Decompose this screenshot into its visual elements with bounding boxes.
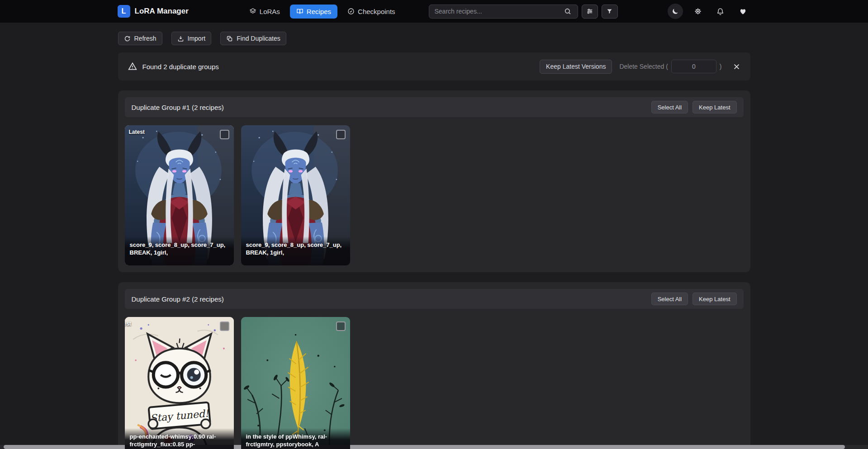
main-content: Refresh Import Find Duplicates Found 2 d… xyxy=(118,32,750,449)
settings-button[interactable] xyxy=(690,4,706,19)
group-header: Duplicate Group #1 (2 recipes) Select Al… xyxy=(125,97,744,117)
card-grid: Latest score_9, score_8_up, score_7_up, … xyxy=(125,125,744,265)
gear-icon xyxy=(694,7,702,15)
card-checkbox[interactable] xyxy=(220,130,229,139)
nav-tab-label: Checkpoints xyxy=(358,8,395,15)
refresh-icon xyxy=(124,35,131,42)
delete-count-input[interactable] xyxy=(671,60,716,73)
duplicate-group-1: Duplicate Group #1 (2 recipes) Select Al… xyxy=(118,90,750,272)
find-duplicates-label: Find Duplicates xyxy=(237,35,280,42)
nav-tab-loras[interactable]: LoRAs xyxy=(243,5,286,19)
navbar-actions xyxy=(668,4,751,19)
recipe-card[interactable]: Latest score_9, score_8_up, score_7_up, … xyxy=(125,125,234,265)
nav-tab-recipes[interactable]: Recipes xyxy=(290,5,337,19)
keep-latest-versions-button[interactable]: Keep Latest Versions xyxy=(540,60,612,74)
book-icon xyxy=(296,8,304,15)
group-title: Duplicate Group #2 (2 recipes) xyxy=(132,295,224,303)
duplicates-icon xyxy=(226,35,233,42)
import-button[interactable]: Import xyxy=(171,32,212,45)
select-all-button[interactable]: Select All xyxy=(651,101,688,113)
card-grid: Stay tuned! Latest pp-enchanted-whimsy:0… xyxy=(125,317,744,449)
banner-message: Found 2 duplicate groups xyxy=(142,63,219,71)
card-checkbox[interactable] xyxy=(336,321,346,331)
recipe-caption: score_9, score_8_up, score_7_up, BREAK, … xyxy=(125,236,234,265)
nav-tab-checkpoints[interactable]: Checkpoints xyxy=(341,5,402,19)
sliders-icon xyxy=(586,8,593,15)
search-button[interactable] xyxy=(564,6,577,17)
recipe-card[interactable]: in the style of ppWhimsy, ral-frctlgmtry… xyxy=(241,317,350,449)
app-logo: L xyxy=(118,5,130,18)
refresh-label: Refresh xyxy=(134,35,157,42)
delete-selected-prefix: Delete Selected ( xyxy=(619,63,668,70)
keep-latest-button[interactable]: Keep Latest xyxy=(693,101,736,113)
recipe-card[interactable]: Stay tuned! Latest pp-enchanted-whimsy:0… xyxy=(125,317,234,449)
bell-icon xyxy=(716,8,724,15)
search-bar xyxy=(429,5,578,19)
recipe-card[interactable]: score_9, score_8_up, score_7_up, BREAK, … xyxy=(241,125,350,265)
recipe-caption: score_9, score_8_up, score_7_up, BREAK, … xyxy=(241,236,350,265)
delete-selected-suffix: ) xyxy=(720,63,722,70)
nav-tab-label: Recipes xyxy=(307,8,331,15)
warning-icon xyxy=(128,62,137,71)
latest-badge: Latest xyxy=(129,129,145,135)
recipe-caption: pp-enchanted-whimsy:0.90 ral-frctlgmtry_… xyxy=(125,428,234,449)
duplicates-banner: Found 2 duplicate groups Keep Latest Ver… xyxy=(118,52,750,80)
find-duplicates-button[interactable]: Find Duplicates xyxy=(220,32,286,45)
card-checkbox[interactable] xyxy=(220,321,229,331)
check-circle-icon xyxy=(347,8,355,15)
recipe-caption: in the style of ppWhimsy, ral-frctlgmtry… xyxy=(241,428,350,449)
group-title: Duplicate Group #1 (2 recipes) xyxy=(132,104,224,111)
sort-options-button[interactable] xyxy=(582,5,598,19)
moon-icon xyxy=(671,8,679,15)
nav-tabs: LoRAs Recipes Checkpoints xyxy=(243,5,402,19)
import-icon xyxy=(177,35,184,42)
notifications-button[interactable] xyxy=(713,4,728,19)
import-label: Import xyxy=(188,35,206,42)
brand: L LoRA Manager xyxy=(118,5,189,18)
refresh-button[interactable]: Refresh xyxy=(118,32,162,45)
funnel-icon xyxy=(606,8,613,15)
filter-button[interactable] xyxy=(602,5,618,19)
favorites-button[interactable] xyxy=(735,4,751,19)
navbar: L LoRA Manager LoRAs Recipes Checkpoints xyxy=(0,0,868,23)
search-input[interactable] xyxy=(429,5,578,19)
keep-latest-button[interactable]: Keep Latest xyxy=(693,293,736,305)
nav-tab-label: LoRAs xyxy=(260,8,280,15)
close-icon xyxy=(733,63,740,71)
layers-icon xyxy=(249,8,256,15)
toolbar: Refresh Import Find Duplicates xyxy=(118,32,750,45)
theme-toggle-button[interactable] xyxy=(668,4,683,19)
banner-close-button[interactable] xyxy=(733,63,740,71)
app-title: LoRA Manager xyxy=(135,7,189,16)
heart-icon xyxy=(739,8,747,15)
delete-selected-control[interactable]: Delete Selected ( ) xyxy=(619,60,721,73)
select-all-button[interactable]: Select All xyxy=(651,293,688,305)
search-icon xyxy=(564,8,571,15)
latest-badge: Latest xyxy=(125,321,131,327)
duplicate-group-2: Duplicate Group #2 (2 recipes) Select Al… xyxy=(118,282,750,449)
group-header: Duplicate Group #2 (2 recipes) Select Al… xyxy=(125,289,744,309)
card-checkbox[interactable] xyxy=(336,130,346,139)
